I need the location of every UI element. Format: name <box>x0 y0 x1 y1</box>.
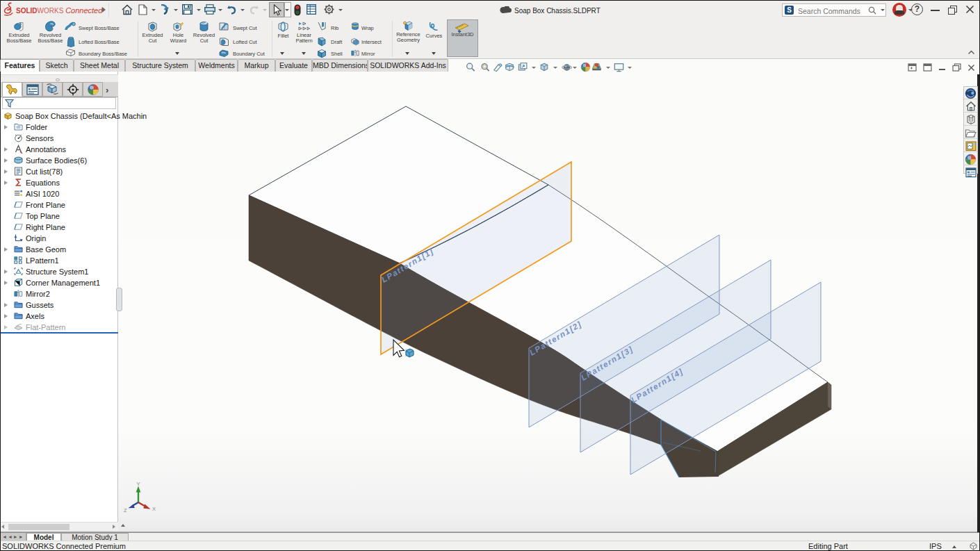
svg-text:Y: Y <box>137 481 140 487</box>
svg-text:Z: Z <box>124 507 127 513</box>
svg-text:X: X <box>152 506 156 512</box>
